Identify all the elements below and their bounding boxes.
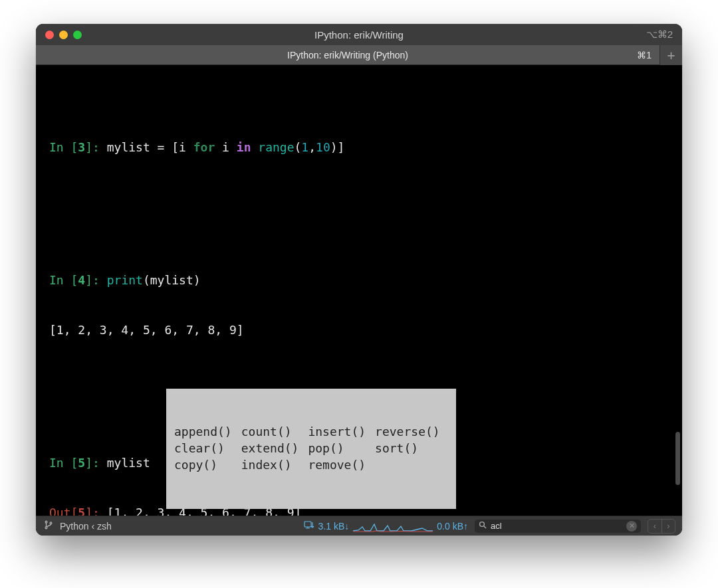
network-sparkline (353, 520, 433, 532)
branch-label[interactable]: Python ‹ zsh (60, 521, 112, 532)
titlebar[interactable]: IPython: erik/Writing ⌥⌘2 (36, 24, 682, 45)
scrollbar-thumb[interactable] (675, 432, 680, 485)
autocomplete-item[interactable]: append() (174, 423, 241, 440)
terminal[interactable]: In [3]: mylist = [i for i in range(1,10)… (36, 65, 682, 516)
tab-shortcut: ⌘1 (637, 50, 652, 60)
autocomplete-popup[interactable]: append() count() insert() reverse() clea… (166, 389, 456, 509)
autocomplete-item[interactable]: remove() (308, 456, 375, 473)
traffic-lights (45, 31, 82, 39)
clear-search-icon[interactable]: ✕ (626, 521, 637, 532)
autocomplete-item[interactable]: pop() (308, 440, 375, 456)
window-title: IPython: erik/Writing (36, 29, 682, 41)
search-next-button[interactable]: › (661, 520, 675, 533)
svg-point-2 (50, 522, 52, 524)
net-icon (304, 520, 314, 532)
network-stats: 3.1 kB↓ 0.0 kB↑ (304, 520, 468, 532)
search-icon (479, 521, 487, 531)
autocomplete-item[interactable]: copy() (174, 456, 241, 473)
svg-point-0 (45, 521, 47, 523)
tab-active[interactable]: IPython: erik/Writing (Python) ⌘1 (36, 45, 659, 65)
autocomplete-item[interactable]: extend() (241, 440, 308, 456)
autocomplete-item[interactable]: sort() (375, 440, 449, 456)
minimize-button[interactable] (59, 31, 68, 39)
net-up: 0.0 kB↑ (437, 521, 468, 532)
autocomplete-item[interactable]: reverse() (375, 423, 449, 440)
search-input[interactable] (491, 521, 622, 531)
autocomplete-item (375, 456, 449, 473)
svg-point-4 (480, 522, 485, 527)
tab-label: IPython: erik/Writing (Python) (287, 50, 408, 60)
zoom-button[interactable] (73, 31, 82, 39)
autocomplete-item[interactable]: clear() (174, 440, 241, 456)
autocomplete-item[interactable]: count() (241, 423, 308, 440)
search-prev-button[interactable]: ‹ (648, 520, 661, 533)
branch-icon (44, 520, 53, 532)
new-tab-button[interactable]: + (659, 45, 682, 65)
out-4-print: [1, 2, 3, 4, 5, 6, 7, 8, 9] (49, 322, 669, 338)
status-search[interactable]: ✕ (475, 520, 641, 533)
tab-bar: IPython: erik/Writing (Python) ⌘1 + (36, 45, 682, 65)
in-4: In [4]: print(mylist) (49, 272, 669, 288)
autocomplete-item[interactable]: insert() (308, 423, 375, 440)
status-bar: Python ‹ zsh 3.1 kB↓ 0.0 kB↑ ✕ ‹ (36, 516, 682, 536)
net-down: 3.1 kB↓ (318, 521, 350, 532)
svg-point-1 (45, 527, 47, 529)
terminal-window: IPython: erik/Writing ⌥⌘2 IPython: erik/… (36, 24, 682, 536)
autocomplete-item[interactable]: index() (241, 456, 308, 473)
svg-rect-3 (304, 522, 311, 527)
close-button[interactable] (45, 31, 54, 39)
in-3: In [3]: mylist = [i for i in range(1,10)… (49, 139, 669, 155)
search-nav: ‹ › (648, 519, 675, 534)
window-shortcut: ⌥⌘2 (646, 29, 673, 41)
